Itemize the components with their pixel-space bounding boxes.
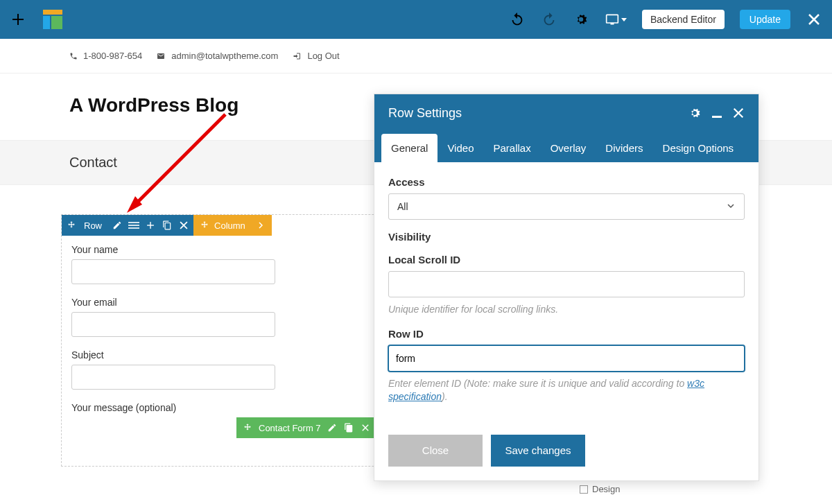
name-input[interactable]	[71, 259, 275, 284]
save-changes-button[interactable]: Save changes	[491, 435, 585, 467]
row-settings-modal: Row Settings General Video Parallax Over…	[374, 94, 759, 481]
email-info[interactable]: admin@totalwptheme.com	[156, 51, 278, 61]
delete-icon[interactable]	[178, 220, 189, 231]
clone-icon[interactable]	[162, 220, 173, 231]
tab-overlay[interactable]: Overlay	[541, 134, 596, 162]
modal-gear-icon[interactable]	[688, 106, 702, 120]
cf7-delete-icon[interactable]	[360, 422, 371, 433]
modal-tabs: General Video Parallax Overlay Dividers …	[374, 132, 759, 162]
svg-rect-9	[147, 225, 154, 225]
tab-design-options[interactable]: Design Options	[653, 134, 744, 162]
access-value: All	[397, 201, 408, 212]
modal-body: Access All Visibility Local Scroll ID Un…	[374, 162, 759, 424]
modal-footer: Close Save changes	[374, 424, 759, 480]
design-checkbox-row[interactable]: Design	[580, 484, 620, 494]
message-label: Your message (optional)	[71, 402, 422, 413]
tab-video[interactable]: Video	[437, 134, 483, 162]
modal-minimize-icon[interactable]	[711, 107, 722, 119]
caret-down-icon	[621, 18, 627, 21]
column-label: Column	[214, 220, 245, 231]
rowid-label: Row ID	[388, 328, 745, 340]
column-controls: Column	[193, 215, 272, 236]
subject-input[interactable]	[71, 365, 275, 390]
design-label: Design	[592, 484, 620, 494]
logout-text: Log Out	[307, 51, 339, 61]
rowid-input[interactable]	[388, 345, 745, 372]
column-move-icon[interactable]	[199, 220, 210, 231]
modal-header[interactable]: Row Settings	[374, 94, 759, 132]
rowid-help: Enter element ID (Note: make sure it is …	[388, 377, 745, 404]
rowid-help-post: ).	[442, 391, 448, 402]
cf7-label: Contact Form 7	[259, 423, 321, 433]
email-label: Your email	[71, 297, 422, 308]
add-row-icon[interactable]	[145, 220, 156, 231]
info-bar: 1-800-987-654 admin@totalwptheme.com Log…	[0, 39, 832, 73]
svg-rect-3	[43, 16, 50, 29]
cf7-clone-icon[interactable]	[343, 422, 354, 433]
cf7-element-bar[interactable]: Contact Form 7	[236, 417, 376, 438]
add-icon[interactable]	[10, 11, 26, 28]
email-text: admin@totalwptheme.com	[171, 51, 278, 61]
name-label: Your name	[71, 244, 422, 255]
phone-text: 1-800-987-654	[83, 51, 142, 61]
backend-editor-button[interactable]: Backend Editor	[642, 10, 725, 29]
logout-link[interactable]: Log Out	[292, 51, 339, 61]
display-mode-dropdown[interactable]	[605, 12, 627, 26]
phone-info: 1-800-987-654	[69, 51, 142, 61]
access-select[interactable]: All	[388, 193, 745, 220]
svg-rect-14	[712, 116, 722, 118]
undo-icon[interactable]	[509, 11, 526, 28]
svg-rect-4	[51, 16, 62, 29]
row-label: Row	[84, 220, 102, 231]
svg-rect-1	[12, 19, 24, 20]
email-input[interactable]	[71, 312, 275, 337]
subject-label: Subject	[71, 349, 422, 360]
update-button[interactable]: Update	[740, 10, 790, 29]
svg-rect-2	[43, 10, 62, 15]
svg-rect-7	[128, 227, 139, 229]
column-chevron-icon[interactable]	[255, 220, 266, 231]
tab-parallax[interactable]: Parallax	[483, 134, 540, 162]
templates-icon[interactable]	[43, 10, 62, 29]
modal-title: Row Settings	[388, 106, 462, 121]
checkbox-icon[interactable]	[580, 485, 588, 494]
localscroll-input[interactable]	[388, 271, 745, 297]
row-controls: Row	[62, 215, 193, 236]
columns-icon[interactable]	[128, 220, 139, 231]
redo-icon[interactable]	[541, 11, 557, 28]
visibility-label: Visibility	[388, 231, 745, 243]
tab-dividers[interactable]: Dividers	[596, 134, 652, 162]
edit-icon[interactable]	[112, 220, 123, 231]
rowid-help-pre: Enter element ID (Note: make sure it is …	[388, 378, 687, 389]
svg-rect-6	[128, 225, 139, 226]
close-button[interactable]: Close	[388, 435, 483, 467]
localscroll-label: Local Scroll ID	[388, 254, 745, 266]
chevron-down-icon	[726, 201, 736, 213]
cf7-edit-icon[interactable]	[327, 422, 338, 433]
top-toolbar: Backend Editor Update	[0, 0, 832, 39]
tab-general[interactable]: General	[381, 134, 437, 162]
svg-rect-5	[128, 222, 139, 223]
modal-close-icon[interactable]	[732, 107, 745, 119]
cf7-move-icon[interactable]	[242, 422, 253, 433]
access-label: Access	[388, 176, 745, 188]
gear-icon[interactable]	[573, 11, 589, 28]
move-icon[interactable]	[66, 220, 77, 231]
localscroll-help: Unique identifier for local scrolling li…	[388, 303, 745, 317]
close-icon[interactable]	[806, 11, 822, 28]
